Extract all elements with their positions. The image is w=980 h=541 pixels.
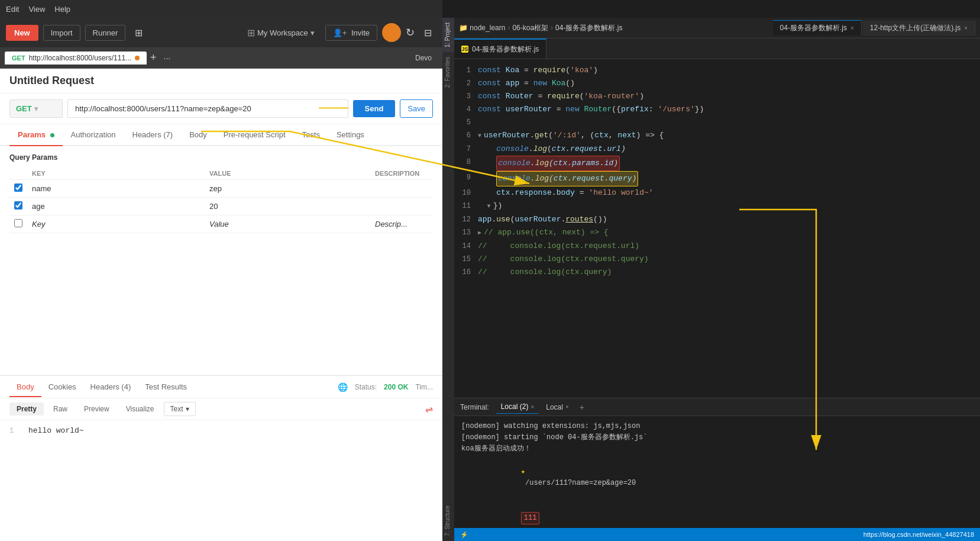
menu-help[interactable]: Help <box>54 5 70 14</box>
code-line-8: 8 console.log(ctx.params.id) <box>454 156 980 171</box>
terminal-label: Terminal: <box>460 403 489 411</box>
table-row: Key Value Descrip... <box>9 215 433 233</box>
term-line-4: ★ /users/111?name=zep&age=20 <box>461 455 973 501</box>
term-star: ★ <box>521 468 525 476</box>
resp-line-num: 1 <box>9 427 21 435</box>
sidebar-labels: 1: Project 2: Favorites 7: Structure <box>442 18 454 541</box>
editor-tab-active[interactable]: 04-服务器参数解析.js × <box>773 20 862 36</box>
response-format-bar: Pretty Raw Preview Visualize Text ▾ ⇌ <box>0 398 442 420</box>
code-line-13: 13 ▶// app.use((ctx, next) => { <box>454 226 980 240</box>
terminal-add-button[interactable]: + <box>576 402 588 412</box>
status-value: 200 OK <box>384 383 408 391</box>
workspace-button[interactable]: ⊞ My Workspace ▾ <box>241 24 321 41</box>
param-checkbox-1[interactable] <box>14 201 22 210</box>
param-desc-0[interactable] <box>370 180 433 198</box>
breadcrumb: 📁 node_learn › 06-koa框架 › 04-服务器参数解析.js <box>459 23 622 33</box>
tab-method-badge: GET <box>12 54 25 62</box>
breadcrumb-sep-2: › <box>551 24 553 32</box>
sidebar-toggle[interactable]: ⊟ <box>419 24 436 41</box>
import-button[interactable]: Import <box>43 25 80 41</box>
param-desc-1[interactable] <box>370 198 433 215</box>
tab-settings[interactable]: Settings <box>328 124 373 146</box>
params-tabs-nav: Params Authorization Headers (7) Body Pr… <box>0 124 442 146</box>
terminal-tab-local2-close[interactable]: × <box>531 404 534 410</box>
term-line-2: [nodemon] starting `node 04-服务器参数解析.js` <box>461 432 973 443</box>
param-value-placeholder[interactable]: Value <box>205 215 370 233</box>
text-format-dropdown[interactable]: Text ▾ <box>164 402 196 416</box>
tab-body[interactable]: Body <box>181 124 215 146</box>
param-value-1[interactable]: 20 <box>205 198 370 215</box>
breadcrumb-root[interactable]: 📁 node_learn <box>459 24 505 32</box>
fmt-visualize[interactable]: Visualize <box>119 402 161 416</box>
resp-tab-test-results[interactable]: Test Results <box>138 378 194 397</box>
fmt-raw[interactable]: Raw <box>46 402 75 416</box>
devo-button[interactable]: Devo <box>409 51 438 65</box>
param-key-0[interactable]: name <box>27 180 205 198</box>
fmt-pretty[interactable]: Pretty <box>9 402 44 416</box>
param-checkbox-0[interactable] <box>14 183 22 192</box>
code-editor[interactable]: 1 const Koa = require('koa') 2 const app… <box>454 59 980 398</box>
layout-button[interactable]: ⊞ <box>130 24 147 41</box>
avatar-button[interactable] <box>382 23 401 42</box>
sync-button[interactable]: ↻ <box>406 26 415 39</box>
table-row: name zep <box>9 180 433 198</box>
more-tabs-button[interactable]: ··· <box>160 53 174 63</box>
term-line-5: 111 <box>461 500 973 528</box>
tab-pre-request[interactable]: Pre-request Script <box>215 124 294 146</box>
globe-icon[interactable]: 🌐 <box>338 382 348 392</box>
runner-button[interactable]: Runner <box>85 25 126 41</box>
url-input[interactable] <box>67 99 348 118</box>
code-line-10: 10 ctx.response.body = 'hello world~' <box>454 186 980 199</box>
file-tabs: JS 04-服务器参数解析.js <box>454 38 980 59</box>
param-checkbox-2[interactable] <box>14 219 22 227</box>
tab-params[interactable]: Params <box>9 124 63 146</box>
param-value-0[interactable]: zep <box>205 180 370 198</box>
save-button[interactable]: Save <box>400 99 433 118</box>
sidebar-structure[interactable]: 7: Structure <box>442 501 454 541</box>
sidebar-favorites[interactable]: 2: Favorites <box>442 52 454 92</box>
resp-tab-cookies[interactable]: Cookies <box>41 378 83 397</box>
col-desc-header: DESCRIPTION <box>370 168 433 180</box>
active-request-tab[interactable]: GET http://localhost:8000/users/111... <box>5 51 147 65</box>
new-button[interactable]: New <box>6 25 38 41</box>
request-bar: GET ▾ Send Save <box>0 94 442 124</box>
terminal-tab-local-close[interactable]: × <box>565 404 569 410</box>
resp-tab-body[interactable]: Body <box>9 378 41 397</box>
request-tab-bar: GET http://localhost:8000/users/111... +… <box>0 47 442 69</box>
request-title: Untitled Request <box>9 75 94 86</box>
response-body: 1 hello world~ <box>0 420 442 541</box>
wrap-icon[interactable]: ⇌ <box>425 404 433 415</box>
resp-line-1: 1 hello world~ <box>9 426 433 435</box>
status-bar-right: https://blog.csdn.net/weixin_44827418 <box>863 531 974 538</box>
method-dropdown[interactable]: GET ▾ <box>9 99 63 118</box>
sidebar-project[interactable]: 1: Project <box>442 18 454 52</box>
editor-tab-alt[interactable]: 12-http文件上传(正确做法).js × <box>863 21 975 36</box>
request-title-area: Untitled Request <box>0 69 442 94</box>
tab-authorization[interactable]: Authorization <box>63 124 124 146</box>
invite-button[interactable]: 👤+ Invite <box>325 25 377 41</box>
editor-tab-close-active[interactable]: × <box>850 25 854 31</box>
menu-view[interactable]: View <box>28 5 45 14</box>
param-key-placeholder[interactable]: Key <box>27 215 205 233</box>
file-tab-js-icon: JS <box>461 46 468 53</box>
breadcrumb-folder1[interactable]: 06-koa框架 <box>512 23 548 33</box>
tab-tests[interactable]: Tests <box>294 124 328 146</box>
terminal-tab-local[interactable]: Local × <box>541 401 574 414</box>
editor-tab-close-alt[interactable]: × <box>964 25 968 31</box>
file-tab-active[interactable]: JS 04-服务器参数解析.js <box>454 38 546 59</box>
terminal-tab-local2[interactable]: Local (2) × <box>496 400 539 414</box>
status-bar-url[interactable]: https://blog.csdn.net/weixin_44827418 <box>863 531 974 538</box>
param-key-1[interactable]: age <box>27 198 205 215</box>
tab-url: http://localhost:8000/users/111... <box>29 54 131 62</box>
tab-headers[interactable]: Headers (7) <box>124 124 182 146</box>
add-tab-button[interactable]: + <box>147 51 160 64</box>
param-desc-placeholder[interactable]: Descrip... <box>370 215 433 233</box>
response-section: Body Cookies Headers (4) Test Results 🌐 … <box>0 375 442 541</box>
send-button[interactable]: Send <box>353 100 396 117</box>
resp-tab-headers[interactable]: Headers (4) <box>83 378 138 397</box>
code-line-4: 4 const userRouter = new Router({prefix:… <box>454 103 980 116</box>
terminal-body: [nodemon] watching extensions: js,mjs,js… <box>454 416 980 528</box>
fmt-preview[interactable]: Preview <box>77 402 117 416</box>
menu-edit[interactable]: Edit <box>6 5 19 14</box>
code-line-7: 7 console.log(ctx.request.url) <box>454 143 980 156</box>
